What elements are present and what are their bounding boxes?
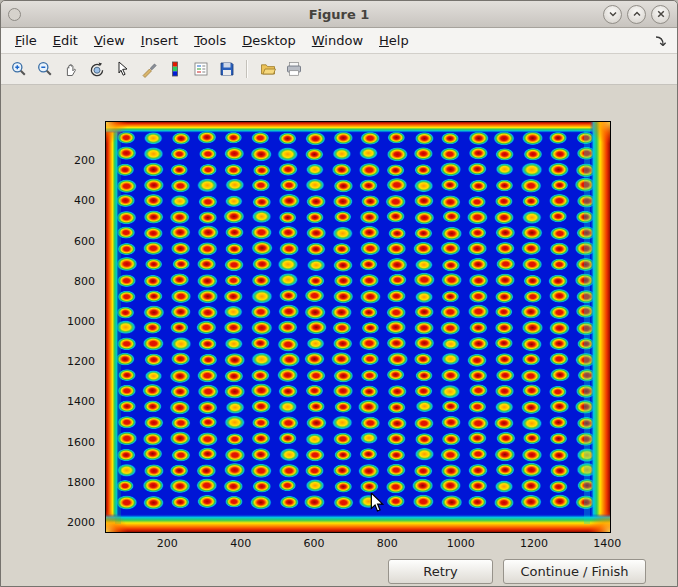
y-tick-label: 400 — [1, 194, 95, 207]
pan-button[interactable] — [60, 59, 81, 80]
window-controls — [603, 5, 670, 24]
chevron-up-icon — [630, 7, 644, 21]
print-button[interactable] — [283, 59, 304, 80]
x-tick-label: 1000 — [441, 537, 481, 550]
figure-content: 200400600800100012001400160018002000 200… — [1, 85, 677, 587]
legend-icon — [192, 60, 210, 78]
dock-figure-button[interactable] — [653, 34, 667, 48]
menu-item-insert[interactable]: Insert — [133, 30, 186, 51]
titlebar[interactable]: Figure 1 — [1, 1, 677, 28]
brush-button[interactable] — [138, 59, 159, 80]
continue-finish-button[interactable]: Continue / Finish — [503, 559, 646, 584]
menu-item-file[interactable]: File — [7, 30, 45, 51]
y-tick-label: 800 — [1, 275, 95, 288]
y-tick-label: 200 — [1, 154, 95, 167]
zoom-out-icon — [36, 60, 54, 78]
menu-item-edit[interactable]: Edit — [45, 30, 86, 51]
y-tick-label: 1400 — [1, 395, 95, 408]
zoom-in-icon — [10, 60, 28, 78]
window-title: Figure 1 — [1, 7, 677, 22]
data-cursor-icon — [114, 60, 132, 78]
pan-hand-icon — [62, 60, 80, 78]
menubar: FileEditViewInsertToolsDesktopWindowHelp — [1, 28, 677, 54]
y-tick-label: 1200 — [1, 355, 95, 368]
zoom-out-button[interactable] — [34, 59, 55, 80]
menu-item-window[interactable]: Window — [304, 30, 371, 51]
x-tick-label: 200 — [147, 537, 187, 550]
rotate-3d-icon — [88, 60, 106, 78]
save-button[interactable] — [216, 59, 237, 80]
menu-item-help[interactable]: Help — [371, 30, 417, 51]
x-tick-label: 800 — [367, 537, 407, 550]
retry-button[interactable]: Retry — [388, 559, 493, 584]
brush-icon — [140, 60, 158, 78]
microarray-heatmap-image[interactable] — [106, 122, 610, 532]
x-tick-label: 400 — [221, 537, 261, 550]
colorbar-button[interactable] — [164, 59, 185, 80]
open-folder-icon — [259, 60, 277, 78]
legend-button[interactable] — [190, 59, 211, 80]
x-tick-label: 1200 — [514, 537, 554, 550]
y-tick-label: 2000 — [1, 516, 95, 529]
close-icon — [654, 7, 668, 21]
menu-item-desktop[interactable]: Desktop — [234, 30, 304, 51]
save-icon — [218, 60, 236, 78]
y-tick-label: 1000 — [1, 315, 95, 328]
y-tick-label: 1800 — [1, 476, 95, 489]
menu-items: FileEditViewInsertToolsDesktopWindowHelp — [7, 30, 417, 51]
y-tick-label: 600 — [1, 235, 95, 248]
colorbar-icon — [166, 60, 184, 78]
open-folder-button[interactable] — [257, 59, 278, 80]
figure-toolbar — [1, 54, 677, 85]
y-tick-label: 1600 — [1, 436, 95, 449]
menu-item-tools[interactable]: Tools — [186, 30, 234, 51]
axes — [105, 121, 611, 533]
window-menu-button[interactable] — [8, 8, 21, 21]
menu-item-view[interactable]: View — [86, 30, 133, 51]
x-tick-label: 600 — [294, 537, 334, 550]
toolbar-separator — [246, 60, 248, 78]
chevron-down-icon — [606, 7, 620, 21]
zoom-in-button[interactable] — [8, 59, 29, 80]
x-tick-label: 1400 — [587, 537, 627, 550]
print-icon — [285, 60, 303, 78]
dock-arrow-icon — [653, 34, 667, 48]
rotate-3d-button[interactable] — [86, 59, 107, 80]
figure-window: Figure 1 FileEditViewInsertToolsDesktopW… — [0, 0, 678, 587]
close-button[interactable] — [651, 5, 670, 24]
minimize-button[interactable] — [603, 5, 622, 24]
data-cursor-button[interactable] — [112, 59, 133, 80]
maximize-button[interactable] — [627, 5, 646, 24]
